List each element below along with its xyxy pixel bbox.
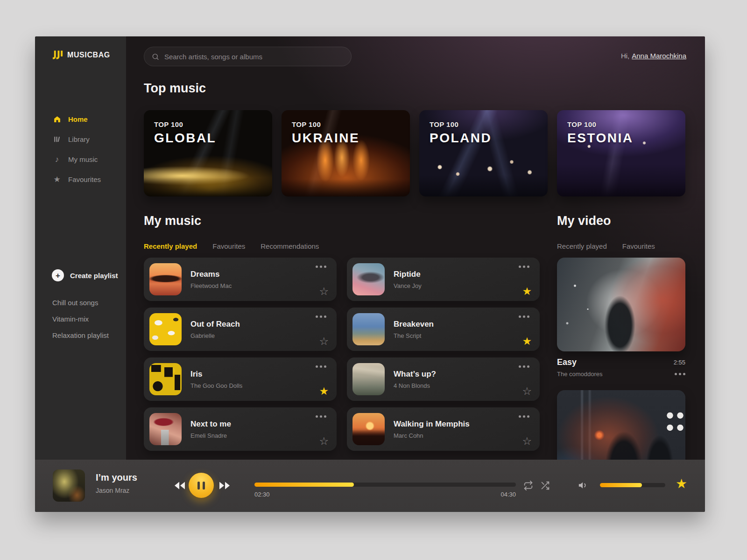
track-artist: Vance Joy	[394, 282, 422, 289]
track-card-iris[interactable]: Iris The Goo Goo Dolls ★	[144, 357, 337, 401]
player-bar: I’m yours Jason Mraz 02:30 04:30 ★	[35, 460, 705, 512]
track-title: Dreams	[190, 270, 232, 279]
playlist-relaxation-playlist[interactable]: Relaxation playlist	[52, 327, 109, 343]
app-name: MUSICBAG	[67, 51, 110, 59]
my-video-title: My video	[557, 214, 611, 228]
favourite-star-icon[interactable]: ☆	[522, 386, 532, 397]
track-card-breakeven[interactable]: Breakeven The Script ★	[347, 308, 540, 351]
top-100-global-card[interactable]: TOP 100 GLOBAL	[144, 110, 272, 196]
track-card-out-of-reach[interactable]: Out of Reach Gabrielle ☆	[144, 308, 337, 351]
album-art	[149, 263, 182, 295]
tab-video-favourites[interactable]: Favourites	[622, 242, 655, 250]
musicbag-logo-icon	[52, 50, 63, 60]
sidebar-item-my-music[interactable]: ♪ My music	[52, 149, 101, 169]
elapsed-time: 02:30	[254, 491, 270, 498]
sidebar-item-favourites[interactable]: ★ Favourites	[52, 169, 101, 189]
more-options-icon[interactable]	[519, 315, 529, 318]
home-icon	[52, 115, 62, 123]
volume-slider[interactable]	[600, 483, 665, 487]
top-100-estonia-card[interactable]: TOP 100 ESTONIA	[557, 110, 685, 196]
username-link[interactable]: Anna Marochkina	[632, 52, 686, 60]
track-artist: Marc Cohn	[394, 432, 470, 439]
volume-icon[interactable]	[578, 480, 588, 492]
shuffle-icon[interactable]	[540, 481, 550, 492]
card-name: ESTONIA	[567, 131, 675, 146]
album-art	[352, 363, 385, 395]
more-options-icon[interactable]	[316, 315, 326, 318]
more-options-icon[interactable]	[519, 266, 529, 268]
repeat-icon[interactable]	[523, 481, 533, 492]
video-list: Easy ☆ 2:55 The comoddores	[557, 258, 685, 460]
next-track-icon[interactable]	[219, 481, 230, 492]
track-card-walking-in-memphis[interactable]: Walking in Memphis Marc Cohn ☆	[347, 407, 540, 451]
sidebar-nav: Home Library ♪ My music ★ Favourites	[52, 109, 101, 189]
now-playing-info: I’m yours Jason Mraz	[96, 472, 137, 494]
progress-bar[interactable]	[254, 483, 516, 487]
create-playlist-label: Create playlist	[70, 272, 118, 280]
tab-video-recently-played[interactable]: Recently played	[557, 242, 607, 250]
total-time: 04:30	[488, 491, 516, 498]
main-content: Hi, Anna Marochkina Top music TOP 100 GL…	[126, 36, 705, 460]
track-artist: Gabrielle	[190, 332, 240, 339]
more-options-icon[interactable]	[316, 266, 326, 268]
sidebar-item-library[interactable]: Library	[52, 129, 101, 149]
progress-fill	[254, 483, 354, 487]
create-playlist-button[interactable]: + Create playlist	[52, 269, 118, 281]
track-card-dreams[interactable]: Dreams Fleetwood Mac ☆	[144, 258, 337, 301]
more-options-icon[interactable]	[519, 415, 529, 418]
pause-button[interactable]	[189, 473, 214, 498]
track-title: Riptide	[394, 270, 422, 279]
tab-recommendations[interactable]: Recommendations	[261, 242, 319, 250]
track-artist: Fleetwood Mac	[190, 282, 232, 289]
sidebar-item-home[interactable]: Home	[52, 109, 101, 129]
video-thumbnail-easy[interactable]	[557, 258, 685, 351]
favourite-star-icon[interactable]: ★	[522, 336, 532, 347]
plus-icon: +	[52, 269, 64, 281]
track-card-whats-up[interactable]: What’s up? 4 Non Blonds ☆	[347, 357, 540, 401]
favourite-star-icon[interactable]: ☆	[319, 436, 329, 447]
favourite-star-icon[interactable]: ☆	[319, 286, 329, 297]
previous-track-icon[interactable]	[174, 481, 185, 492]
track-title: Walking in Memphis	[394, 420, 470, 429]
now-playing-artist: Jason Mraz	[96, 487, 137, 494]
favourite-star-icon[interactable]: ★	[522, 286, 532, 297]
more-options-icon[interactable]	[519, 365, 529, 368]
music-note-icon: ♪	[52, 155, 62, 164]
track-card-next-to-me[interactable]: Next to me Emeli Snadre ☆	[144, 407, 337, 451]
more-options-icon[interactable]	[316, 365, 326, 368]
track-title: Iris	[190, 370, 242, 379]
player-favourite-star-icon[interactable]: ★	[676, 477, 697, 508]
playlist-list: Chill out songs Vitamin-mix Relaxation p…	[52, 294, 109, 343]
top-100-ukraine-card[interactable]: TOP 100 UKRAINE	[282, 110, 410, 196]
favourite-star-icon[interactable]: ☆	[522, 436, 532, 447]
search-input[interactable]	[164, 53, 344, 61]
greeting-prefix: Hi,	[621, 52, 629, 60]
card-tag: TOP 100	[154, 120, 262, 128]
tab-favourites[interactable]: Favourites	[212, 242, 245, 250]
sidebar: MUSICBAG Home Library ♪ My music ★	[35, 36, 126, 460]
track-title: What’s up?	[394, 370, 436, 379]
card-tag: TOP 100	[292, 120, 400, 128]
track-artist: The Script	[394, 332, 434, 339]
tab-recently-played[interactable]: Recently played	[144, 242, 197, 250]
app-logo: MUSICBAG	[52, 50, 110, 60]
album-art	[352, 263, 385, 295]
video-thumbnail-next[interactable]	[557, 390, 685, 460]
search-bar[interactable]	[144, 47, 352, 66]
more-options-icon[interactable]	[675, 373, 685, 375]
top-100-poland-card[interactable]: TOP 100 POLAND	[419, 110, 548, 196]
greeting: Hi, Anna Marochkina	[621, 52, 686, 60]
track-title: Out of Reach	[190, 320, 240, 329]
volume-fill	[600, 483, 642, 487]
favourite-star-icon[interactable]: ★	[319, 386, 329, 397]
more-options-icon[interactable]	[316, 415, 326, 418]
sidebar-item-label: My music	[68, 155, 98, 163]
sidebar-item-label: Library	[68, 135, 90, 143]
track-card-riptide[interactable]: Riptide Vance Joy ★	[347, 258, 540, 301]
track-artist: Emeli Snadre	[190, 432, 231, 439]
video-artist: The comoddores	[557, 371, 675, 378]
favourite-star-icon[interactable]: ☆	[319, 336, 329, 347]
playlist-chill-out-songs[interactable]: Chill out songs	[52, 294, 109, 311]
video-duration: 2:55	[674, 359, 685, 366]
playlist-vitamin-mix[interactable]: Vitamin-mix	[52, 311, 109, 327]
